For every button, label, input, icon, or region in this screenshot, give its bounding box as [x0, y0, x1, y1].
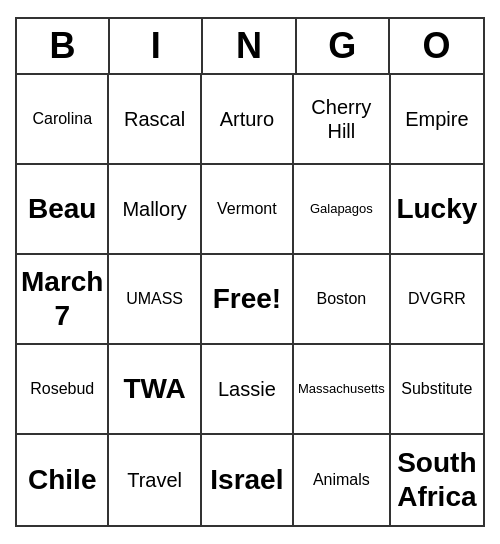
cell-text-r3-c1: TWA: [123, 372, 185, 406]
cell-text-r4-c2: Israel: [210, 463, 283, 497]
cell-text-r4-c4: South Africa: [395, 446, 479, 513]
cell-r3-c3: Massachusetts: [294, 345, 391, 435]
cell-r0-c2: Arturo: [202, 75, 294, 165]
cell-text-r0-c0: Carolina: [32, 109, 92, 128]
cell-text-r2-c0: March 7: [21, 265, 103, 332]
header-letter-O: O: [390, 19, 483, 73]
cell-r4-c0: Chile: [17, 435, 109, 525]
cell-r1-c2: Vermont: [202, 165, 294, 255]
cell-r2-c2: Free!: [202, 255, 294, 345]
cell-r4-c3: Animals: [294, 435, 391, 525]
cell-r3-c1: TWA: [109, 345, 201, 435]
cell-r0-c3: Cherry Hill: [294, 75, 391, 165]
cell-text-r0-c3: Cherry Hill: [298, 95, 385, 143]
cell-text-r0-c1: Rascal: [124, 107, 185, 131]
cell-text-r4-c1: Travel: [127, 468, 182, 492]
bingo-header: BINGO: [17, 19, 483, 75]
cell-text-r3-c2: Lassie: [218, 377, 276, 401]
cell-text-r1-c3: Galapagos: [310, 201, 373, 217]
cell-text-r1-c0: Beau: [28, 192, 96, 226]
cell-r0-c4: Empire: [391, 75, 483, 165]
cell-text-r3-c0: Rosebud: [30, 379, 94, 398]
cell-r3-c4: Substitute: [391, 345, 483, 435]
cell-text-r0-c2: Arturo: [220, 107, 274, 131]
bingo-grid: CarolinaRascalArturoCherry HillEmpireBea…: [17, 75, 483, 525]
cell-r2-c3: Boston: [294, 255, 391, 345]
cell-text-r0-c4: Empire: [405, 107, 468, 131]
bingo-card: BINGO CarolinaRascalArturoCherry HillEmp…: [15, 17, 485, 527]
cell-r4-c4: South Africa: [391, 435, 483, 525]
header-letter-I: I: [110, 19, 203, 73]
header-letter-G: G: [297, 19, 390, 73]
cell-r4-c2: Israel: [202, 435, 294, 525]
header-letter-N: N: [203, 19, 296, 73]
cell-text-r1-c4: Lucky: [396, 192, 477, 226]
cell-text-r3-c3: Massachusetts: [298, 381, 385, 397]
cell-r1-c1: Mallory: [109, 165, 201, 255]
cell-text-r4-c0: Chile: [28, 463, 96, 497]
cell-r2-c1: UMASS: [109, 255, 201, 345]
cell-text-r2-c1: UMASS: [126, 289, 183, 308]
header-letter-B: B: [17, 19, 110, 73]
cell-text-r1-c1: Mallory: [122, 197, 186, 221]
cell-text-r3-c4: Substitute: [401, 379, 472, 398]
cell-r1-c3: Galapagos: [294, 165, 391, 255]
cell-text-r2-c4: DVGRR: [408, 289, 466, 308]
cell-r2-c4: DVGRR: [391, 255, 483, 345]
cell-r3-c2: Lassie: [202, 345, 294, 435]
cell-r1-c0: Beau: [17, 165, 109, 255]
cell-text-r1-c2: Vermont: [217, 199, 277, 218]
cell-r0-c0: Carolina: [17, 75, 109, 165]
cell-r3-c0: Rosebud: [17, 345, 109, 435]
cell-text-r4-c3: Animals: [313, 470, 370, 489]
cell-r1-c4: Lucky: [391, 165, 483, 255]
cell-r4-c1: Travel: [109, 435, 201, 525]
cell-text-r2-c2: Free!: [213, 282, 281, 316]
cell-r2-c0: March 7: [17, 255, 109, 345]
cell-r0-c1: Rascal: [109, 75, 201, 165]
cell-text-r2-c3: Boston: [316, 289, 366, 308]
